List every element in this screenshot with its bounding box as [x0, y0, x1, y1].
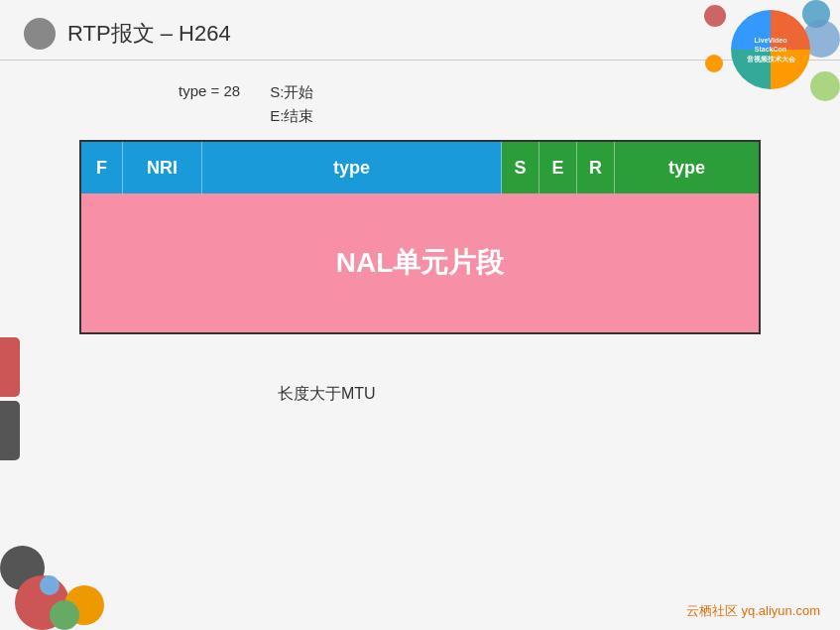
annotation-type-value: type = 28 — [179, 80, 240, 99]
left-decoration — [0, 337, 22, 460]
cell-type1: type — [202, 142, 502, 193]
header-icon — [24, 18, 56, 50]
bdeco-green — [50, 600, 79, 630]
logo-area: LiveVideo StackCon 音视频技术大会 — [681, 0, 840, 109]
bottom-left-decoration — [0, 531, 99, 630]
cell-f: F — [81, 142, 123, 193]
cell-r: R — [577, 142, 615, 193]
cell-e: E — [540, 142, 577, 193]
annotation-s: S:开始 — [270, 80, 313, 104]
annotation-e: E:结束 — [270, 104, 313, 128]
logo-text: LiveVideo StackCon 音视频技术大会 — [747, 36, 795, 63]
diagram-body: NAL单元片段 — [81, 193, 759, 332]
page-title: RTP报文 – H264 — [67, 19, 231, 49]
diagram-header-row: F NRI type S E R type — [81, 142, 759, 193]
main-content: type = 28 S:开始 E:结束 F NRI type S — [0, 61, 840, 425]
bottom-right-text: 云栖社区 yq.aliyun.com — [686, 602, 820, 620]
left-deco-red — [0, 337, 20, 397]
cell-s: S — [502, 142, 540, 193]
logo-circle: LiveVideo StackCon 音视频技术大会 — [731, 10, 810, 89]
nal-label: NAL单元片段 — [336, 244, 505, 282]
annotation-se: S:开始 E:结束 — [270, 80, 313, 128]
cell-nri: NRI — [123, 142, 202, 193]
footer-note: 长度大于MTU — [278, 384, 761, 405]
annotation-area: type = 28 S:开始 E:结束 — [179, 80, 761, 128]
bubble-5 — [810, 71, 840, 101]
left-deco-dark — [0, 401, 20, 460]
bdeco-blue — [40, 575, 60, 595]
bottom-url: yq.aliyun.com — [742, 603, 820, 618]
bubble-2 — [704, 5, 726, 27]
cell-type2: type — [615, 142, 759, 193]
bubble-4 — [705, 55, 723, 72]
bottom-prefix: 云栖社区 — [686, 603, 742, 618]
diagram-wrapper: F NRI type S E R type — [79, 140, 761, 334]
diagram-outer: F NRI type S E R type — [79, 140, 761, 334]
